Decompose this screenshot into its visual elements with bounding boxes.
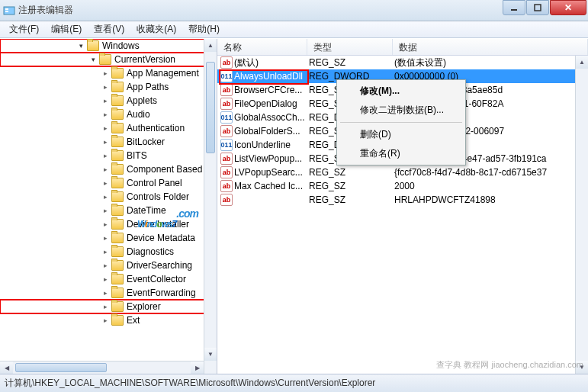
- folder-icon: [99, 54, 111, 65]
- chevron-right-icon[interactable]: ▸: [101, 151, 110, 160]
- tree-item-component-based[interactable]: ▸Component Based: [0, 162, 217, 176]
- col-name[interactable]: 名称: [217, 39, 307, 55]
- tree-item-device-metadata[interactable]: ▸Device Metadata: [0, 231, 217, 245]
- tree-label: App Paths: [125, 82, 170, 92]
- tree-item-bitlocker[interactable]: ▸BitLocker: [0, 135, 217, 149]
- scroll-down-button[interactable]: ▼: [204, 348, 217, 361]
- tree-label: Applets: [125, 95, 159, 106]
- folder-icon: [111, 95, 124, 106]
- folder-icon: [111, 164, 124, 175]
- string-value-icon: ab: [220, 153, 233, 165]
- scroll-thumb[interactable]: [206, 62, 215, 153]
- tree-windows[interactable]: ▾Windows: [0, 39, 217, 53]
- tree-item-device-installer[interactable]: ▸Device Installer: [0, 217, 217, 231]
- string-value-icon: ab: [220, 98, 233, 110]
- list-row[interactable]: abLVPopupSearc...REG_SZ{fccf70c8-f4d7-4d…: [217, 165, 588, 179]
- scroll-up-button[interactable]: ▲: [576, 56, 588, 69]
- tree-label: EventForwarding: [125, 288, 198, 298]
- cell-name: GlobalAssocCh...: [234, 112, 309, 123]
- chevron-right-icon[interactable]: ▸: [101, 316, 110, 325]
- col-data[interactable]: 数据: [393, 39, 588, 55]
- chevron-right-icon[interactable]: ▸: [101, 233, 110, 243]
- tree-item-control-panel[interactable]: ▸Control Panel: [0, 176, 217, 190]
- scroll-left-button[interactable]: ◀: [0, 361, 13, 374]
- ctx-rename[interactable]: 重命名(R): [339, 144, 464, 163]
- cell-type: REG_SZ: [309, 57, 394, 68]
- chevron-right-icon[interactable]: ▸: [101, 302, 110, 311]
- ctx-modify-binary[interactable]: 修改二进制数据(B)...: [339, 101, 464, 120]
- string-value-icon: ab: [220, 166, 233, 178]
- chevron-right-icon[interactable]: ▸: [101, 192, 110, 201]
- tree-label: Ext: [125, 315, 141, 326]
- status-bar: 计算机\HKEY_LOCAL_MACHINE\SOFTWARE\Microsof…: [0, 374, 588, 392]
- folder-icon: [111, 301, 124, 312]
- chevron-right-icon[interactable]: ▸: [101, 178, 110, 188]
- chevron-right-icon[interactable]: ▸: [101, 124, 110, 133]
- menu-help[interactable]: 帮助(H): [182, 21, 226, 37]
- cell-name: (默认): [234, 56, 309, 69]
- tree-currentversion[interactable]: ▾CurrentVersion: [0, 53, 217, 66]
- ctx-modify[interactable]: 修改(M)...: [339, 82, 464, 101]
- list-row[interactable]: ab(默认)REG_SZ(数值未设置): [217, 56, 588, 69]
- chevron-right-icon[interactable]: ▸: [101, 247, 110, 256]
- tree-label: BITS: [125, 150, 149, 161]
- chevron-down-icon[interactable]: ▾: [88, 55, 98, 64]
- svg-rect-2: [5, 11, 8, 12]
- tree-item-explorer[interactable]: ▸Explorer: [0, 300, 217, 313]
- ctx-delete[interactable]: 删除(D): [339, 125, 464, 144]
- cell-type: REG_SZ: [309, 181, 394, 191]
- folder-icon: [111, 274, 124, 284]
- tree-item-ext[interactable]: ▸Ext: [0, 313, 217, 327]
- chevron-right-icon[interactable]: ▸: [101, 261, 110, 270]
- tree-item-controls-folder[interactable]: ▸Controls Folder: [0, 190, 217, 204]
- list-row[interactable]: abMax Cached Ic...REG_SZ2000: [217, 179, 588, 193]
- cell-type: REG_SZ: [309, 194, 394, 205]
- scroll-thumb[interactable]: [15, 363, 107, 372]
- chevron-right-icon[interactable]: ▸: [101, 206, 110, 215]
- tree-scrollbar-horizontal[interactable]: ◀ ▶: [0, 361, 204, 374]
- title-bar: 注册表编辑器 ✕: [0, 0, 588, 21]
- menu-file[interactable]: 文件(F): [3, 21, 45, 37]
- chevron-right-icon[interactable]: ▸: [101, 96, 110, 105]
- cell-name: GlobalFolderS...: [234, 126, 309, 137]
- cell-data: HRLAHPDWCFTZ41898: [394, 194, 588, 205]
- cell-name: ListViewPopup...: [234, 153, 309, 164]
- list-scrollbar-vertical[interactable]: ▲ ▼: [575, 56, 588, 374]
- tree-item-app-paths[interactable]: ▸App Paths: [0, 80, 217, 94]
- chevron-right-icon[interactable]: ▸: [101, 275, 110, 284]
- tree-item-eventcollector[interactable]: ▸EventCollector: [0, 272, 217, 286]
- chevron-right-icon[interactable]: ▸: [101, 288, 110, 297]
- list-row[interactable]: abREG_SZHRLAHPDWCFTZ41898: [217, 193, 588, 207]
- scroll-right-button[interactable]: ▶: [191, 361, 204, 374]
- tree-item-authentication[interactable]: ▸Authentication: [0, 121, 217, 135]
- menu-view[interactable]: 查看(V): [88, 21, 130, 37]
- maximize-button[interactable]: [526, 0, 549, 15]
- close-button[interactable]: ✕: [550, 0, 586, 15]
- tree-item-diagnostics[interactable]: ▸Diagnostics: [0, 245, 217, 259]
- chevron-right-icon[interactable]: ▸: [101, 137, 110, 146]
- tree-item-app-management[interactable]: ▸App Management: [0, 66, 217, 80]
- chevron-right-icon[interactable]: ▸: [101, 69, 110, 78]
- tree-item-audio[interactable]: ▸Audio: [0, 108, 217, 121]
- chevron-right-icon[interactable]: ▸: [101, 82, 110, 92]
- chevron-right-icon[interactable]: ▸: [101, 165, 110, 174]
- cell-data: (数值未设置): [394, 56, 588, 69]
- tree-label: BitLocker: [125, 137, 166, 147]
- tree-item-datetime[interactable]: ▸DateTime: [0, 204, 217, 217]
- menu-favorites[interactable]: 收藏夹(A): [130, 21, 182, 37]
- col-type[interactable]: 类型: [307, 39, 393, 55]
- tree-scrollbar-vertical[interactable]: ▲ ▼: [204, 39, 217, 374]
- menu-edit[interactable]: 编辑(E): [45, 21, 88, 37]
- folder-icon: [111, 219, 124, 230]
- chevron-down-icon[interactable]: ▾: [76, 41, 85, 50]
- tree-item-applets[interactable]: ▸Applets: [0, 94, 217, 108]
- tree-item-bits[interactable]: ▸BITS: [0, 149, 217, 162]
- minimize-button[interactable]: [503, 0, 525, 15]
- scroll-up-button[interactable]: ▲: [204, 39, 217, 52]
- tree-item-eventforwarding[interactable]: ▸EventForwarding: [0, 286, 217, 300]
- tree-item-driversearching[interactable]: ▸DriverSearching: [0, 259, 217, 272]
- ctx-separator: [340, 122, 462, 123]
- list-pane: 名称 类型 数据 ab(默认)REG_SZ(数值未设置)011AlwaysUnl…: [217, 39, 588, 374]
- chevron-right-icon[interactable]: ▸: [101, 220, 110, 229]
- chevron-right-icon[interactable]: ▸: [101, 110, 110, 119]
